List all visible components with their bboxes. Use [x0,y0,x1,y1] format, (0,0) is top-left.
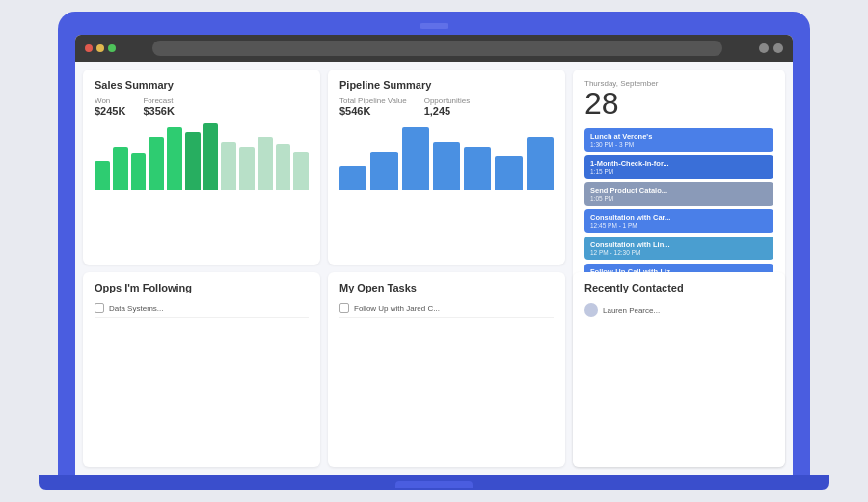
cal-day-num: 28 [584,88,773,119]
bar [239,147,255,190]
maximize-dot[interactable] [108,44,116,52]
sales-summary-card: Sales Summary Won $245K Forecast $356K [83,70,320,265]
bar [527,137,554,190]
laptop-base-notch [395,481,473,488]
bar [402,127,429,190]
recent-item-label: Lauren Pearce... [603,306,660,315]
checkbox-icon[interactable] [95,303,104,313]
bar [131,153,147,190]
event-title: Consultation with Lin... [590,240,768,249]
sales-title: Sales Summary [95,79,309,91]
won-stat: Won $245K [95,97,125,117]
recently-contacted-card: Recently Contacted Lauren Pearce... [573,272,785,467]
opps-title: Opps I'm Following [95,282,309,293]
pipeline-value-stat: Total Pipeline Value $546K [339,97,407,117]
calendar-event[interactable]: 1-Month-Check-In-for...1:15 PM [584,155,773,179]
laptop-shell: Sales Summary Won $245K Forecast $356K [58,12,810,475]
bar [276,144,291,190]
pipeline-opps-label: Opportunities [424,97,471,105]
pipeline-title: Pipeline Summary [339,79,554,91]
cal-header: Thursday, September 28 [584,79,773,125]
bar [185,132,201,190]
calendar-event[interactable]: Send Product Catalo...1:05 PM [584,182,773,206]
browser-ctrl-1 [759,43,769,53]
sales-stats: Won $245K Forecast $356K [95,97,309,117]
dashboard: Sales Summary Won $245K Forecast $356K [75,62,793,475]
calendar-event[interactable]: Consultation with Lin...12 PM - 12:30 PM [584,237,773,260]
list-item: Lauren Pearce... [584,299,773,321]
calendar-event[interactable]: Lunch at Verone's1:30 PM - 3 PM [584,128,773,152]
bar [293,152,309,190]
event-time: 1:30 PM - 3 PM [590,141,768,148]
pipeline-opps-stat: Opportunities 1,245 [424,97,471,117]
pipeline-value: $546K [339,105,407,117]
bar [433,142,460,190]
browser-ctrl-2 [773,43,783,53]
recently-contacted-title: Recently Contacted [584,282,773,293]
browser-bar [75,35,793,62]
pipeline-summary-card: Pipeline Summary Total Pipeline Value $5… [328,70,565,265]
tasks-title: My Open Tasks [339,282,554,293]
calendar-event[interactable]: Consultation with Car...12:45 PM - 1 PM [584,209,773,233]
list-item: Data Systems... [95,299,309,318]
sales-bar-chart [95,123,309,190]
bar [95,161,110,190]
bar [370,152,397,190]
event-title: Consultation with Car... [590,213,768,222]
event-time: 11:40 AM [590,276,768,283]
event-time: 12 PM - 12:30 PM [590,249,768,256]
event-title: Lunch at Verone's [590,132,768,141]
event-title: Send Product Catalo... [590,186,768,195]
event-time: 1:15 PM [590,168,768,175]
bar [221,142,236,190]
pipeline-value-label: Total Pipeline Value [339,97,407,105]
event-time: 12:45 PM - 1 PM [590,222,768,229]
minimize-dot[interactable] [96,44,104,52]
bar [464,147,491,190]
won-value: $245K [95,105,125,117]
laptop-screen: Sales Summary Won $245K Forecast $356K [75,35,793,475]
bar [167,127,182,190]
pipeline-opps-value: 1,245 [424,105,471,117]
bar [149,137,164,190]
forecast-value: $356K [143,105,174,117]
forecast-label: Forecast [143,97,174,105]
event-title: 1-Month-Check-In-for... [590,159,768,168]
tasks-card: My Open Tasks Follow Up with Jared C... [328,272,565,467]
avatar [584,303,598,317]
bar [113,147,128,190]
pipeline-stats: Total Pipeline Value $546K Opportunities… [339,97,554,117]
pipeline-bar-chart [339,123,554,190]
bar [339,166,366,190]
bar [258,137,273,190]
laptop-camera [420,23,448,29]
bar [203,123,219,190]
url-bar[interactable] [152,41,722,56]
close-dot[interactable] [85,44,93,52]
forecast-stat: Forecast $356K [143,97,174,117]
bar [495,156,522,190]
list-item: Follow Up with Jared C... [339,299,554,318]
laptop-base [39,475,829,490]
browser-dots [85,44,116,52]
opps-card: Opps I'm Following Data Systems... [83,272,320,467]
task-item-label: Follow Up with Jared C... [354,304,440,313]
opps-item-label: Data Systems... [109,304,163,313]
event-time: 1:05 PM [590,195,768,202]
checkbox-icon[interactable] [339,303,349,313]
won-label: Won [95,97,125,105]
browser-controls [759,43,783,53]
